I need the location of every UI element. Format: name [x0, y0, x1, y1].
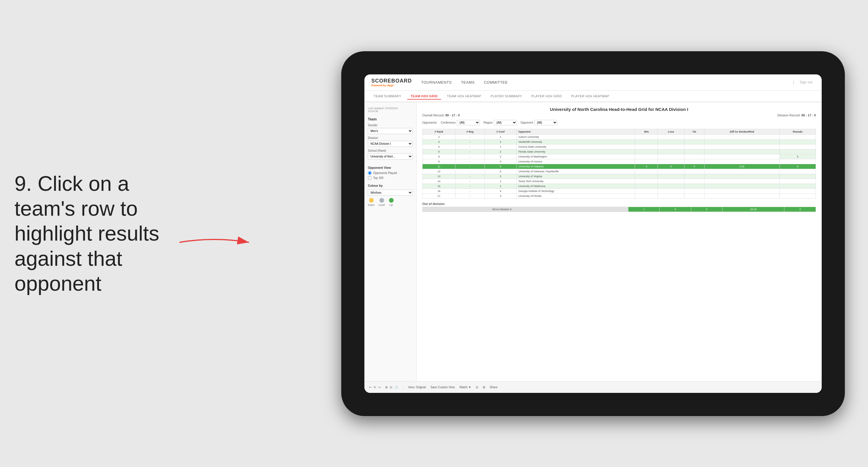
- toolbar-clock[interactable]: 🕐: [395, 386, 398, 389]
- grid-title: University of North Carolina Head-to-Hea…: [422, 107, 816, 112]
- toolbar-undo2[interactable]: ↪: [378, 386, 381, 389]
- legend-down: Down: [368, 198, 374, 206]
- table-row[interactable]: 6 - 2 Florida State University: [423, 149, 816, 154]
- table-row[interactable]: 8 - 2 University of Washington 5: [423, 154, 816, 159]
- toolbar-share[interactable]: Share: [490, 386, 498, 389]
- toolbar-icon2[interactable]: ⊞: [483, 386, 485, 389]
- logo-area: SCOREBOARD Powered by clippi: [371, 78, 412, 87]
- opponent-view-title: Opponent View: [368, 166, 413, 169]
- division-record: Division Record: 88 - 17 - 0: [777, 114, 816, 117]
- legend: Down Level Up: [368, 198, 413, 206]
- colour-by-title: Colour by: [368, 184, 413, 187]
- legend-level-label: Level: [379, 204, 385, 206]
- toolbar-view-original[interactable]: View: Original: [408, 386, 426, 389]
- table-row[interactable]: 9 - 3 University of Arizona: [423, 159, 816, 164]
- table-row[interactable]: 2 - 1 Auburn University: [423, 134, 816, 139]
- tab-team-h2h-heatmap[interactable]: TEAM H2H HEATMAP: [443, 93, 485, 99]
- logo-powered: Powered by clippi: [371, 84, 412, 87]
- colour-by-select[interactable]: Win/loss: [368, 189, 413, 196]
- main-content: Last Updated: 27/03/2024 16:55:38 Team G…: [364, 102, 822, 381]
- division-select[interactable]: NCAA Division I: [368, 141, 413, 147]
- col-conf: # Conf: [485, 129, 516, 134]
- conference-select[interactable]: (All): [457, 120, 480, 125]
- table-row[interactable]: 4 - 1 Arizona State University: [423, 144, 816, 149]
- logo-text: SCOREBOARD: [371, 78, 412, 84]
- opponent-select[interactable]: (All): [534, 120, 557, 125]
- toolbar-icon1[interactable]: ⊡: [476, 386, 478, 389]
- toolbar-redo[interactable]: ↻: [374, 386, 376, 389]
- opponents-label: Opponents:: [422, 121, 437, 124]
- toolbar-paste[interactable]: ⊡: [390, 386, 392, 389]
- toolbar-sep: |: [403, 386, 403, 389]
- sidebar-team-label: Team: [368, 117, 413, 121]
- school-label: School (Rank): [368, 149, 413, 152]
- bottom-toolbar: ↩ ↻ ↪ ⊞ ⊡ 🕐 | View: Original Save Custom…: [364, 381, 822, 393]
- nav-items: TOURNAMENTS TEAMS COMMITTEE: [421, 79, 793, 86]
- table-row[interactable]: 13 - 3 University of Virginia: [423, 174, 816, 179]
- tab-player-h2h-grid[interactable]: PLAYER H2H GRID: [528, 93, 565, 99]
- col-rank: # Rank: [423, 129, 456, 134]
- opponent-filter: Opponent (All): [520, 120, 557, 125]
- sidebar-timestamp: Last Updated: 27/03/2024 16:55:38: [368, 107, 413, 113]
- ood-rounds: 3: [784, 207, 816, 212]
- region-filter: Region (All): [483, 120, 517, 125]
- col-opponent: Opponent: [516, 129, 635, 134]
- legend-level: Level: [379, 198, 385, 206]
- sub-nav: TEAM SUMMARY TEAM H2H GRID TEAM H2H HEAT…: [364, 91, 822, 102]
- tablet-screen: SCOREBOARD Powered by clippi TOURNAMENTS…: [364, 75, 822, 393]
- table-row[interactable]: 3 - 2 Vanderbilt University: [423, 139, 816, 144]
- scene: 9. Click on a team's row to highlight re…: [0, 0, 868, 467]
- col-win: Win: [635, 129, 658, 134]
- grid-records: Overall Record: 89 - 17 - 0 Division Rec…: [422, 114, 816, 117]
- arrow-container: [171, 231, 257, 255]
- grid-header: University of North Carolina Head-to-Hea…: [422, 107, 816, 125]
- legend-down-label: Down: [368, 204, 374, 206]
- gender-label: Gender: [368, 124, 413, 127]
- region-select[interactable]: (All): [494, 120, 517, 125]
- table-row[interactable]: 16 - 4 Georgia Institute of Technology: [423, 188, 816, 194]
- legend-up: Up: [389, 198, 394, 206]
- col-loss: Loss: [658, 129, 684, 134]
- radio-group-opponent-view: Opponents Played Top 100: [368, 171, 413, 180]
- ood-loss: 0: [660, 207, 691, 212]
- legend-down-icon: [369, 198, 374, 203]
- school-select[interactable]: University of Nort...: [368, 153, 413, 159]
- tab-player-h2h-heatmap[interactable]: PLAYER H2H HEATMAP: [567, 93, 613, 99]
- toolbar-undo[interactable]: ↩: [369, 386, 371, 389]
- toolbar-copy[interactable]: ⊞: [385, 386, 388, 389]
- arrow-svg: [171, 231, 257, 254]
- out-of-division-table: NCAA Division II 1 0 0 26.00 3: [422, 207, 816, 212]
- sidebar: Last Updated: 27/03/2024 16:55:38 Team G…: [364, 102, 416, 381]
- toolbar-watch[interactable]: Watch ▼: [459, 386, 471, 389]
- grid-area: University of North Carolina Head-to-Hea…: [416, 102, 822, 381]
- table-row[interactable]: 11 - 5 University of Alabama 3 0 0 2.61 …: [423, 164, 816, 169]
- nav-right: | Sign out: [793, 80, 815, 84]
- table-row[interactable]: 12 - 6 University of Arkansas, Fayettevi…: [423, 169, 816, 174]
- toolbar-view-group: ⊞ ⊡ 🕐: [385, 386, 398, 389]
- instruction-step: 9.: [14, 172, 32, 195]
- nav-committee[interactable]: COMMITTEE: [484, 79, 508, 86]
- toolbar-save-custom[interactable]: Save Custom View: [430, 386, 455, 389]
- gender-select[interactable]: Men's Women's: [368, 128, 413, 134]
- nav-tournaments[interactable]: TOURNAMENTS: [421, 79, 452, 86]
- col-rounds: Rounds: [780, 129, 816, 134]
- tab-player-summary[interactable]: PLAYER SUMMARY: [487, 93, 526, 99]
- ood-label: NCAA Division II: [490, 207, 628, 212]
- tablet-device: SCOREBOARD Powered by clippi TOURNAMENTS…: [341, 51, 845, 416]
- table-row[interactable]: 15 - 2 University of Oklahoma: [423, 183, 816, 188]
- tab-team-h2h-grid[interactable]: TEAM H2H GRID: [407, 93, 441, 99]
- table-row-ood[interactable]: NCAA Division II 1 0 0 26.00 3: [423, 207, 816, 212]
- ood-win: 1: [628, 207, 660, 212]
- table-row[interactable]: 14 - 1 Texas Tech University: [423, 179, 816, 183]
- radio-opponents-played[interactable]: Opponents Played: [368, 171, 413, 175]
- toolbar-undo-group: ↩ ↻ ↪: [369, 386, 381, 389]
- conference-filter: Conference (All): [441, 120, 480, 125]
- radio-top100[interactable]: Top 100: [368, 176, 413, 180]
- nav-teams[interactable]: TEAMS: [461, 79, 475, 86]
- legend-up-label: Up: [390, 204, 393, 206]
- ood-tie: 0: [691, 207, 722, 212]
- sign-out-link[interactable]: Sign out: [800, 80, 812, 84]
- table-row[interactable]: 17 - 3 University of Florida: [423, 194, 816, 198]
- tab-team-summary[interactable]: TEAM SUMMARY: [370, 93, 405, 99]
- col-reg: # Reg: [456, 129, 485, 134]
